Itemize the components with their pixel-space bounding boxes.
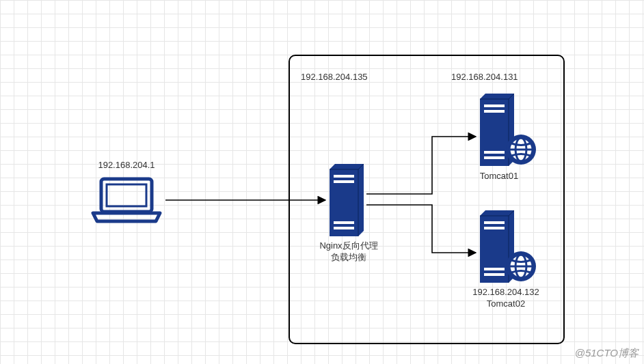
connectors	[0, 0, 644, 364]
arrow-nginx-to-tomcat2	[366, 205, 476, 253]
arrow-nginx-to-tomcat1	[366, 137, 476, 194]
watermark-text: @51CTO博客	[575, 347, 639, 360]
